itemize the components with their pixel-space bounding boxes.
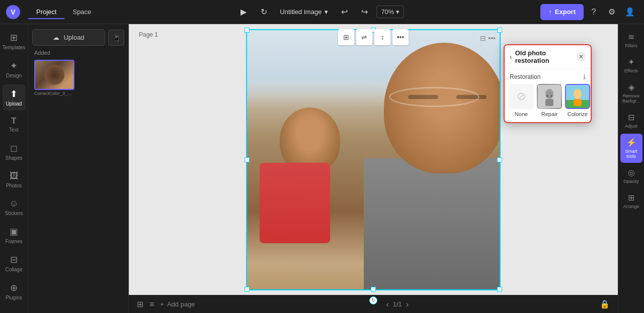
flip-v-button[interactable]: ↕ — [374, 29, 390, 45]
export-button[interactable]: ↑ Export — [540, 4, 584, 20]
help-button[interactable]: ? — [586, 4, 602, 20]
thumbnail-item[interactable]: CorrectColor_3_202... — [34, 60, 74, 96]
resize-handle-mid-right[interactable] — [497, 157, 502, 162]
right-sidebar-effects[interactable]: ✦ Effects — [620, 53, 642, 77]
page-nav: ‹ 1/1 › — [386, 300, 409, 309]
crop-button[interactable]: ⊞ — [338, 29, 354, 45]
tab-project[interactable]: Project — [28, 5, 64, 19]
sidebar-item-design[interactable]: ✦ Design — [3, 56, 26, 82]
repair-preview-svg — [538, 85, 561, 108]
restoration-thumb-repair — [537, 84, 562, 109]
upload-icon: ⬆ — [10, 88, 18, 99]
app-logo: V — [6, 5, 20, 19]
plugins-icon: ⊕ — [10, 282, 18, 293]
export-icon: ↑ — [548, 8, 552, 16]
no-restoration-icon: ⊘ — [517, 90, 526, 103]
right-sidebar-smart-tools[interactable]: ⚡ Smart tools — [620, 134, 642, 163]
adjust-icon: ⊟ — [628, 113, 634, 122]
mobile-upload-button[interactable]: 📱 — [108, 30, 124, 46]
colorize-preview-svg — [566, 85, 589, 108]
restoration-header-left: ‹ Old photo restoration — [510, 49, 577, 64]
sidebar-item-text[interactable]: T Text — [3, 113, 26, 137]
canvas-area: Page 1 ⊞ ⇌ ↕ ••• — [129, 24, 618, 313]
tab-space[interactable]: Space — [64, 5, 99, 19]
remove-bg-icon: ◈ — [628, 82, 634, 92]
added-label: Added — [32, 50, 124, 56]
refresh-button[interactable]: ↻ — [256, 4, 272, 20]
restoration-header: ‹ Old photo restoration ✕ — [505, 45, 591, 69]
restoration-panel: ‹ Old photo restoration ✕ Restoration ℹ … — [504, 44, 592, 123]
sidebar-item-collage[interactable]: ⊟ Collage — [3, 250, 26, 276]
restoration-section: Restoration ℹ — [505, 69, 591, 84]
stickers-icon: ☺ — [9, 198, 18, 209]
arrange-icon: ⊞ — [628, 193, 634, 202]
sidebar-item-upload[interactable]: ⬆ Upload — [3, 84, 26, 111]
play-button[interactable]: ▶ — [235, 4, 252, 20]
right-sidebar-adjust[interactable]: ⊟ Adjust — [620, 109, 642, 133]
resize-handle-bottom-mid[interactable] — [371, 287, 376, 292]
restoration-options: ⊘ None — [505, 84, 591, 122]
upload-cloud-icon: ☁ — [53, 34, 59, 41]
next-page-button[interactable]: › — [406, 300, 409, 309]
more-icon[interactable]: ••• — [488, 34, 496, 42]
topbar-tabs: Project Space — [28, 5, 99, 19]
restoration-option-repair[interactable]: Repair — [537, 84, 562, 117]
document-name[interactable]: Untitled image ▾ — [276, 6, 332, 18]
undo-button[interactable]: ↩ — [336, 4, 352, 20]
resize-handle-top-left[interactable] — [245, 28, 250, 33]
right-sidebar: ≋ Filters ✦ Effects ◈ Remove Backgr... ⊟… — [618, 24, 644, 313]
sidebar-item-templates[interactable]: ⊞ Templates — [3, 28, 26, 54]
rotate-handle[interactable]: ↻ — [369, 296, 377, 304]
canvas-photo — [247, 30, 500, 289]
topbar-center: ▶ ↻ Untitled image ▾ ↩ ↪ 70% ▾ — [103, 4, 536, 20]
restoration-option-none[interactable]: ⊘ None — [509, 84, 534, 117]
redo-button[interactable]: ↪ — [356, 4, 372, 20]
restoration-option-colorize[interactable]: Colorize — [565, 84, 590, 117]
image-options-icon[interactable]: ⊟ — [480, 34, 486, 42]
list-view-button[interactable]: ≡ — [149, 300, 154, 309]
design-icon: ✦ — [10, 60, 18, 71]
restoration-info-icon: ℹ — [583, 73, 586, 81]
resize-handle-bottom-right[interactable] — [497, 287, 502, 292]
sidebar-item-shapes[interactable]: ◻ Shapes — [3, 139, 26, 165]
grid-view-button[interactable]: ⊞ — [137, 299, 143, 309]
more-options-button[interactable]: ••• — [392, 29, 409, 45]
sidebar-item-photos[interactable]: 🖼 Photos — [3, 167, 26, 192]
resize-handle-mid-left[interactable] — [245, 157, 250, 162]
restoration-close-button[interactable]: ✕ — [577, 52, 586, 62]
svg-rect-9 — [574, 99, 582, 106]
chevron-down-icon: ▾ — [325, 8, 328, 16]
right-sidebar-remove-bg[interactable]: ◈ Remove Backgr... — [620, 78, 642, 108]
right-sidebar-filters[interactable]: ≋ Filters — [620, 28, 642, 52]
collage-icon: ⊟ — [10, 254, 18, 265]
lock-icon: 🔒 — [600, 299, 610, 309]
plus-icon: + — [160, 300, 164, 308]
flip-h-button[interactable]: ⇌ — [356, 29, 372, 45]
svg-rect-2 — [545, 99, 553, 106]
thumbnail-grid: CorrectColor_3_202... — [32, 60, 124, 96]
sidebar-item-plugins[interactable]: ⊕ Plugins — [3, 278, 26, 304]
resize-handle-top-right[interactable] — [497, 28, 502, 33]
templates-icon: ⊞ — [10, 32, 18, 43]
panel-upload-content: ☁ Upload 📱 Added CorrectColor_3_202... — [28, 24, 128, 101]
thumbnail-filename: CorrectColor_3_202... — [34, 91, 74, 96]
account-button[interactable]: 👤 — [622, 4, 638, 20]
prev-page-button[interactable]: ‹ — [386, 300, 388, 309]
chevron-down-icon: ▾ — [396, 8, 399, 16]
upload-button[interactable]: ☁ Upload — [32, 29, 105, 46]
upload-panel: ☁ Upload 📱 Added CorrectColor_3_202... — [28, 24, 129, 313]
sidebar-item-stickers[interactable]: ☺ Stickers — [3, 194, 26, 220]
effects-icon: ✦ — [628, 57, 634, 67]
sidebar-item-frames[interactable]: ▣ Frames — [3, 222, 26, 248]
back-chevron-icon[interactable]: ‹ — [510, 53, 512, 61]
zoom-control[interactable]: 70% ▾ — [376, 6, 404, 18]
resize-handle-bottom-left[interactable] — [245, 287, 250, 292]
right-sidebar-opacity[interactable]: ◎ Opacity — [620, 164, 642, 188]
shapes-icon: ◻ — [10, 143, 18, 154]
settings-button[interactable]: ⚙ — [604, 4, 620, 20]
add-page-button[interactable]: + Add page — [160, 300, 195, 308]
image-canvas[interactable]: ↻ ⊟ ••• — [246, 29, 501, 290]
right-sidebar-arrange[interactable]: ⊞ Arrange — [620, 189, 642, 213]
restoration-label-colorize: Colorize — [568, 111, 588, 117]
canvas-top-icons: ⊟ ••• — [480, 34, 496, 42]
